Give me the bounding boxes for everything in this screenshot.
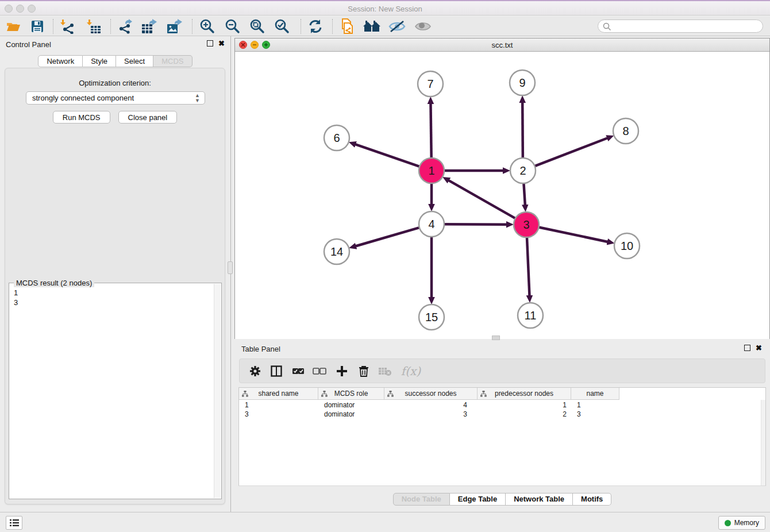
cell-successor-nodes[interactable]: 4	[384, 400, 478, 410]
table-toolbar: f(x)	[239, 358, 765, 383]
search-field[interactable]	[598, 20, 763, 33]
tab-network[interactable]: Network	[38, 55, 83, 67]
tab-network-table[interactable]: Network Table	[506, 493, 573, 506]
table-scrollbar[interactable]	[761, 400, 765, 485]
edge-2-8[interactable]	[535, 138, 608, 166]
graph-node-7[interactable]: 7	[418, 71, 443, 97]
graph-node-11[interactable]: 11	[518, 303, 543, 328]
graph-node-4[interactable]: 4	[419, 211, 444, 237]
table-settings-button[interactable]	[247, 363, 264, 379]
tab-edge-table[interactable]: Edge Table	[450, 493, 506, 506]
table-row[interactable]: 1dominator411	[239, 400, 619, 410]
graph-node-10[interactable]: 10	[614, 233, 640, 259]
result-scrollbar[interactable]	[214, 284, 221, 498]
close-panel-icon[interactable]: ✖	[218, 40, 225, 47]
criterion-select[interactable]: strongly connected component ▲▼	[26, 91, 205, 105]
cell-predecessor-nodes[interactable]: 1	[478, 400, 571, 410]
attribute-type-icon	[480, 391, 487, 397]
zoom-out-button[interactable]	[223, 18, 242, 34]
cell-shared-name[interactable]: 3	[239, 410, 318, 419]
select-all-button[interactable]	[290, 363, 307, 379]
zoom-selected-button[interactable]	[272, 18, 292, 34]
save-session-button[interactable]	[28, 18, 47, 34]
cell-MCDS-role[interactable]: dominator	[318, 400, 384, 410]
zoom-fit-button[interactable]	[248, 18, 267, 34]
graph-node-3[interactable]: 3	[514, 212, 539, 237]
export-image-button[interactable]	[165, 18, 184, 34]
edge-4-14[interactable]	[356, 228, 419, 246]
delete-table-button[interactable]	[376, 363, 394, 379]
graph-node-14[interactable]: 14	[324, 239, 349, 264]
graph-node-8[interactable]: 8	[613, 118, 638, 144]
tab-mcds[interactable]: MCDS	[153, 55, 192, 67]
optimization-criterion-label: Optimization criterion:	[5, 79, 225, 87]
import-table-button[interactable]	[84, 18, 103, 34]
search-input[interactable]	[613, 21, 757, 32]
tab-motifs[interactable]: Motifs	[573, 493, 611, 506]
graph-node-2[interactable]: 2	[510, 158, 536, 183]
cell-name[interactable]: 1	[571, 400, 619, 410]
close-table-panel-icon[interactable]: ✖	[756, 345, 762, 351]
show-all-button[interactable]	[413, 18, 433, 34]
deselect-all-button[interactable]	[311, 363, 328, 379]
network-canvas[interactable]: 1234678910111415	[235, 52, 769, 339]
function-builder-button[interactable]: f(x)	[398, 363, 424, 379]
float-table-panel-icon[interactable]	[744, 345, 750, 351]
show-column-button[interactable]	[268, 363, 285, 379]
network-window-title: scc.txt	[235, 41, 769, 49]
import-network-button[interactable]	[57, 18, 77, 34]
column-header-successor-nodes[interactable]: successor nodes	[384, 388, 478, 400]
zoom-in-icon	[200, 19, 215, 34]
cell-predecessor-nodes[interactable]: 2	[478, 410, 571, 419]
edge-3-10[interactable]	[539, 228, 608, 242]
edge-3-11[interactable]	[527, 237, 530, 296]
vertical-splitter[interactable]	[230, 36, 234, 512]
tab-node-table[interactable]: Node Table	[393, 493, 450, 506]
column-header-MCDS-role[interactable]: MCDS role	[318, 388, 384, 400]
graph-node-15[interactable]: 15	[419, 304, 444, 330]
splitter-grip[interactable]	[228, 261, 233, 274]
network-resize-grip[interactable]	[492, 336, 500, 340]
graph-node-6[interactable]: 6	[324, 125, 349, 151]
float-panel-icon[interactable]	[207, 40, 213, 47]
edge-3-1[interactable]	[449, 180, 515, 218]
save-floppy-icon	[31, 20, 44, 33]
clone-network-button[interactable]	[337, 18, 357, 34]
graph-node-9[interactable]: 9	[510, 70, 535, 95]
edge-1-7[interactable]	[430, 103, 431, 158]
memory-button[interactable]: Memory	[718, 516, 765, 530]
column-header-predecessor-nodes[interactable]: predecessor nodes	[478, 388, 571, 400]
tab-style[interactable]: Style	[83, 55, 116, 67]
column-header-shared-name[interactable]: shared name	[239, 388, 318, 400]
export-table-button[interactable]	[140, 18, 159, 34]
close-panel-button[interactable]: Close panel	[118, 111, 178, 124]
tab-select[interactable]: Select	[116, 55, 153, 67]
cell-name[interactable]: 3	[571, 410, 619, 419]
open-file-button[interactable]	[3, 18, 23, 34]
run-mcds-button[interactable]: Run MCDS	[53, 111, 110, 124]
task-history-button[interactable]	[6, 516, 22, 530]
cell-successor-nodes[interactable]: 3	[384, 410, 478, 419]
table-row[interactable]: 3dominator323	[239, 410, 619, 419]
column-header-label: predecessor nodes	[495, 390, 553, 398]
edge-2-9[interactable]	[522, 102, 523, 158]
zoom-in-button[interactable]	[198, 18, 217, 34]
fx-icon: f(x)	[401, 364, 421, 378]
export-network-button[interactable]	[115, 18, 134, 34]
status-bar: Memory	[0, 512, 770, 532]
node-label: 3	[523, 218, 529, 231]
edge-1-6[interactable]	[355, 144, 419, 167]
column-header-name[interactable]: name	[571, 388, 619, 400]
graph-node-1[interactable]: 1	[419, 158, 444, 183]
add-row-button[interactable]	[333, 363, 351, 379]
home-button[interactable]	[362, 18, 382, 34]
titlebar: Session: New Session	[0, 0, 770, 16]
cell-shared-name[interactable]: 1	[239, 400, 318, 410]
refresh-layout-button[interactable]	[306, 18, 325, 34]
edge-2-3[interactable]	[523, 183, 525, 205]
cell-MCDS-role[interactable]: dominator	[318, 410, 384, 419]
hide-selected-button[interactable]	[387, 18, 407, 34]
delete-row-button[interactable]	[355, 363, 372, 379]
toolbar-separator	[53, 19, 53, 34]
edge-4-3[interactable]	[444, 224, 507, 225]
